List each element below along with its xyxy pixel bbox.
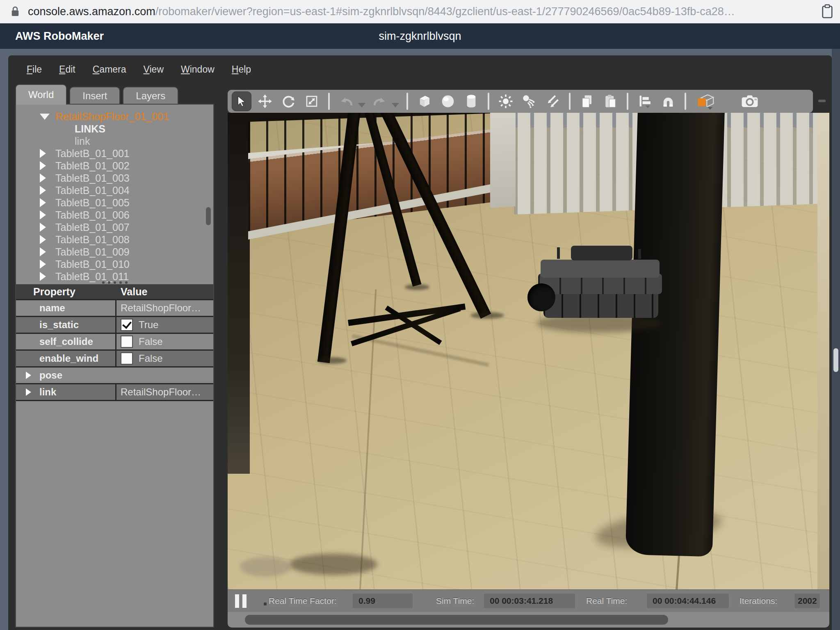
directional-light-button[interactable] <box>543 91 562 111</box>
align-button[interactable] <box>635 91 655 111</box>
expand-triangle-icon[interactable] <box>26 388 31 396</box>
directional-light-icon <box>545 94 560 109</box>
tab-insert[interactable]: Insert <box>69 87 120 105</box>
expand-triangle-icon[interactable] <box>40 149 46 158</box>
clipboard-icon[interactable] <box>821 4 833 19</box>
copy-icon <box>580 94 594 109</box>
spot-light-button[interactable] <box>519 91 539 111</box>
tab-layers[interactable]: Layers <box>123 87 178 105</box>
screenshot-camera-icon <box>741 94 759 109</box>
enable-wind-checkbox[interactable] <box>121 352 133 365</box>
expand-triangle-icon[interactable] <box>40 247 46 256</box>
expand-triangle-icon[interactable] <box>40 198 46 207</box>
tab-world[interactable]: World <box>15 84 67 105</box>
expand-triangle-icon[interactable] <box>40 173 46 183</box>
property-row-name[interactable]: name RetailShopFloor… <box>16 300 213 317</box>
step-button[interactable] <box>264 603 267 605</box>
tree-properties-splitter[interactable] <box>100 281 129 284</box>
tree-item-label: TabletB_01_007 <box>55 221 130 233</box>
tree-item-label: TabletB_01_002 <box>55 160 130 172</box>
property-row-self-collide[interactable]: self_collide False <box>16 334 213 351</box>
tree-item-tabletb-008[interactable]: TabletB_01_008 <box>16 233 213 246</box>
property-row-pose[interactable]: pose <box>16 368 213 384</box>
property-name: self_collide <box>39 336 93 347</box>
simulation-title: sim-zgknrlblvsqn <box>379 23 461 49</box>
insert-sphere-button[interactable] <box>438 91 458 111</box>
property-value: False <box>139 353 163 364</box>
property-row-is-static[interactable]: is_static True <box>16 317 213 334</box>
toolbar-separator <box>328 93 330 110</box>
menu-edit[interactable]: Edit <box>50 62 84 77</box>
expand-triangle-icon[interactable] <box>40 223 46 232</box>
tree-item-tabletb-004[interactable]: TabletB_01_004 <box>16 184 213 196</box>
scene-tree: RetailShopFloor_01_001 LINKS link Tablet… <box>16 110 213 283</box>
expand-triangle-icon[interactable] <box>40 260 46 269</box>
paste-button[interactable] <box>600 91 620 111</box>
snap-button[interactable] <box>658 91 678 111</box>
point-light-button[interactable] <box>496 91 516 111</box>
redo-button[interactable] <box>370 91 390 111</box>
robot-antenna <box>557 247 560 259</box>
pause-button[interactable] <box>235 594 247 608</box>
copy-button[interactable] <box>577 91 597 111</box>
real-time-factor-value: 0.99 <box>353 593 413 608</box>
scale-tool-button[interactable] <box>302 91 322 111</box>
rotate-tool-button[interactable] <box>278 91 298 111</box>
sim-time-value: 00 00:03:41.218 <box>484 593 575 608</box>
insert-box-button[interactable] <box>415 91 434 111</box>
translate-tool-button[interactable] <box>255 91 275 111</box>
turtlebot-robot[interactable] <box>533 252 669 336</box>
horizontal-scrollbar-thumb[interactable] <box>245 615 668 625</box>
toolbar-overflow-icon[interactable] <box>818 100 826 102</box>
tree-item-tabletb-002[interactable]: TabletB_01_002 <box>16 160 213 172</box>
screen: console.aws.amazon.com/robomaker/viewer?… <box>0 0 840 630</box>
page-scrollbar[interactable] <box>832 49 840 630</box>
tree-item-label: TabletB_01_009 <box>55 246 130 258</box>
undo-history-dropdown-icon[interactable] <box>358 103 365 107</box>
tree-item-links[interactable]: LINKS <box>16 123 213 135</box>
property-name: link <box>39 386 56 398</box>
view-angle-button[interactable] <box>693 91 718 111</box>
tree-item-tabletb-001[interactable]: TabletB_01_001 <box>16 147 213 160</box>
browser-url-bar[interactable]: console.aws.amazon.com/robomaker/viewer?… <box>0 0 840 23</box>
self-collide-checkbox[interactable] <box>121 336 133 348</box>
collapse-triangle-icon[interactable] <box>40 114 50 120</box>
expand-triangle-icon[interactable] <box>26 372 31 379</box>
screenshot-button[interactable] <box>738 91 761 111</box>
tree-item-link[interactable]: link <box>16 135 213 147</box>
menu-file[interactable]: File <box>18 62 50 77</box>
tree-item-tabletb-005[interactable]: TabletB_01_005 <box>16 196 213 209</box>
undo-icon <box>339 94 354 109</box>
redo-history-dropdown-icon[interactable] <box>392 103 399 107</box>
tree-item-retailshopfloor[interactable]: RetailShopFloor_01_001 <box>16 110 213 123</box>
property-row-link[interactable]: link RetailShopFloor… <box>16 384 213 401</box>
url-text[interactable]: console.aws.amazon.com/robomaker/viewer?… <box>28 5 817 18</box>
tree-item-tabletb-010[interactable]: TabletB_01_010 <box>16 258 213 270</box>
viewport-horizontal-scrollbar[interactable] <box>228 612 829 628</box>
undo-button[interactable] <box>336 91 356 111</box>
iterations-value: 2002 <box>794 593 820 608</box>
expand-triangle-icon[interactable] <box>40 210 46 219</box>
real-time-value: 00 00:04:44.146 <box>647 593 729 608</box>
tree-item-tabletb-007[interactable]: TabletB_01_007 <box>16 221 213 233</box>
expand-triangle-icon[interactable] <box>40 235 46 244</box>
tree-item-tabletb-009[interactable]: TabletB_01_009 <box>16 246 213 258</box>
insert-cylinder-button[interactable] <box>461 91 481 111</box>
tree-scrollbar-thumb[interactable] <box>206 207 211 225</box>
menu-window[interactable]: Window <box>172 62 223 77</box>
tree-item-tabletb-003[interactable]: TabletB_01_003 <box>16 172 213 184</box>
page-scrollbar-thumb[interactable] <box>833 348 838 372</box>
menu-view[interactable]: View <box>135 62 172 77</box>
menu-help[interactable]: Help <box>223 62 260 77</box>
iterations-label: Iterations: <box>740 596 777 606</box>
select-tool-button[interactable] <box>232 91 251 111</box>
expand-triangle-icon[interactable] <box>40 186 46 195</box>
tripod-crossbar <box>348 304 466 326</box>
expand-triangle-icon[interactable] <box>40 161 46 170</box>
tree-item-tabletb-006[interactable]: TabletB_01_006 <box>16 209 213 221</box>
scene-3d-view[interactable] <box>228 113 829 589</box>
property-row-enable-wind[interactable]: enable_wind False <box>16 351 213 368</box>
menu-camera[interactable]: Camera <box>84 62 135 77</box>
is-static-checkbox[interactable] <box>121 319 133 331</box>
expand-triangle-icon[interactable] <box>40 272 46 281</box>
